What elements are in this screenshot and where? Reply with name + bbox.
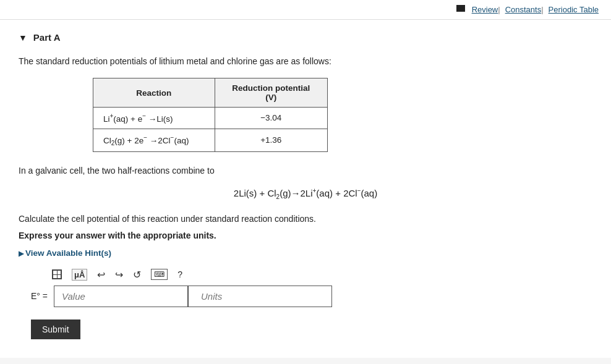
potential-1: −3.04 [215,108,327,129]
answer-row: E° = [31,286,592,307]
periodic-table-link[interactable]: Periodic Table [549,5,599,14]
reaction-2: Cl2(g) + 2e− →2Cl−(aq) [93,129,215,151]
value-input[interactable] [54,286,188,307]
mu-a-icon: μÅ [72,269,87,281]
part-header: ▼ Part A [19,32,592,43]
top-bar: Review | Constants | Periodic Table [0,0,611,20]
mu-a-button[interactable]: μÅ [69,268,90,282]
refresh-button[interactable]: ↺ [130,268,143,282]
undo-button[interactable]: ↩ [95,268,108,282]
help-label: ? [177,269,182,279]
separator-2: | [541,5,543,14]
grid-icon-button[interactable] [49,268,64,281]
col-reaction-header: Reaction [93,78,215,108]
reaction-1: Li+(aq) + e− →Li(s) [93,108,215,129]
hint-link[interactable]: View Available Hint(s) [19,248,592,258]
potential-2: +1.36 [215,129,327,151]
units-instruction: Express your answer with the appropriate… [19,229,592,242]
calculate-instruction: Calculate the cell potential of this rea… [19,213,592,226]
part-label: Part A [33,32,61,43]
keyboard-icon: ⌨ [151,269,168,280]
review-icon [456,5,465,12]
grid-icon [52,269,62,279]
keyboard-button[interactable]: ⌨ [148,268,170,281]
constants-link[interactable]: Constants [505,5,542,14]
review-link[interactable]: Review [472,5,498,14]
half-reaction-text: In a galvanic cell, the two half-reactio… [19,164,592,177]
redo-button[interactable]: ↪ [113,268,126,282]
collapse-arrow[interactable]: ▼ [19,33,27,43]
reduction-table-container: Reaction Reduction potential (V) Li+(aq)… [93,78,592,152]
table-row: Li+(aq) + e− →Li(s) −3.04 [93,108,328,129]
separator-1: | [498,5,500,14]
input-toolbar: μÅ ↩ ↪ ↺ ⌨ ? [49,268,592,282]
units-input[interactable] [188,286,332,307]
combined-reaction: 2Li(s) + Cl2(g)→2Li+(aq) + 2Cl−(aq) [19,187,592,200]
reduction-table: Reaction Reduction potential (V) Li+(aq)… [93,78,328,152]
col-potential-header: Reduction potential (V) [215,78,327,108]
eq-label: E° = [31,291,48,301]
table-row: Cl2(g) + 2e− →2Cl−(aq) +1.36 [93,129,328,151]
main-content: ▼ Part A The standard reduction potentia… [0,20,611,358]
question-intro: The standard reduction potentials of lit… [19,55,592,68]
submit-button[interactable]: Submit [31,320,80,339]
